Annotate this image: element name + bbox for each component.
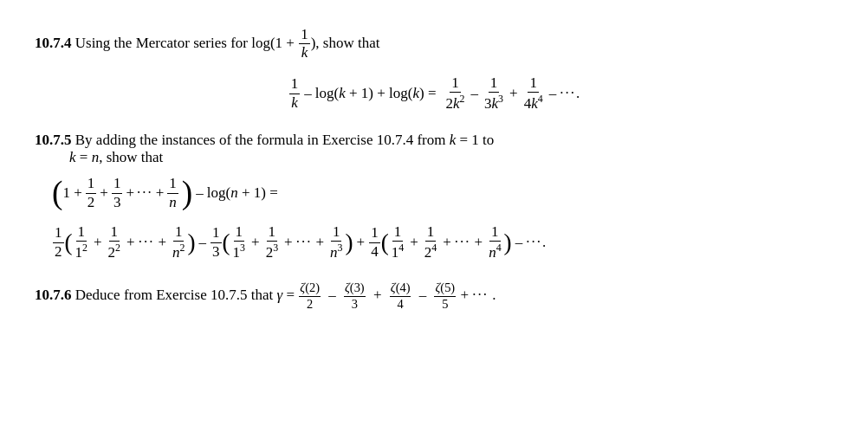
zeta-3-frac: ζ(3) 3 (343, 281, 366, 312)
section-10-7-4-header: 10.7.4 Using the Mercator series for log… (35, 26, 833, 62)
section-10-7-4: 10.7.4 Using the Mercator series for log… (35, 26, 833, 113)
section-10-7-5: 10.7.5 By adding the instances of the fo… (35, 132, 833, 261)
formula-10-7-4: 1k – log(k + 1) + log(k) = 12k2 – 13k3 +… (35, 74, 833, 113)
section-10-7-6-header: 10.7.6 Deduce from Exercise 10.7.5 that … (35, 281, 833, 312)
label-10-7-4: 10.7.4 (35, 35, 72, 51)
label-10-7-5: 10.7.5 (35, 132, 72, 148)
zeta-2-frac: ζ(2) 2 (298, 281, 321, 312)
section-10-7-5-line2: k = n, show that (69, 149, 833, 166)
zeta-5-frac: ζ(5) 5 (433, 281, 457, 312)
inline-frac-1k: 1k (298, 26, 311, 62)
formula-10-7-5-line1: ( 1 + 12 + 13 + ··· + 1n ) – log(n + 1) … (52, 175, 833, 211)
section-10-7-6: 10.7.6 Deduce from Exercise 10.7.5 that … (35, 281, 833, 312)
label-10-7-6: 10.7.6 (35, 287, 72, 303)
formula-10-7-5-line2: 12 ( 112 + 122 + ··· + 1n2 ) – 13 ( 113 … (52, 223, 833, 261)
section-10-7-5-header: 10.7.5 By adding the instances of the fo… (35, 132, 833, 149)
zeta-4-frac: ζ(4) 4 (389, 281, 412, 312)
